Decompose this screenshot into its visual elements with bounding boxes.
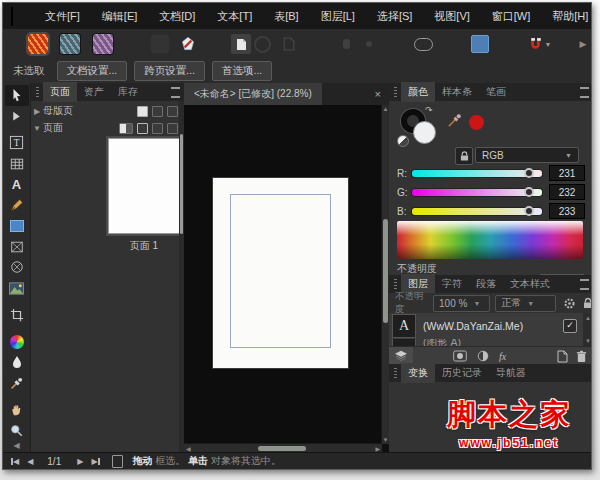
rectangle-tool-icon[interactable] bbox=[5, 216, 29, 237]
preferences-button[interactable]: 首选项... bbox=[212, 61, 272, 81]
panel-menu-icon[interactable] bbox=[171, 87, 180, 98]
tab-stroke[interactable]: 笔画 bbox=[479, 82, 513, 102]
expand-arrow-icon[interactable]: ▶ bbox=[31, 107, 43, 116]
menu-table[interactable]: 表[B] bbox=[263, 4, 309, 29]
node-tool-icon[interactable] bbox=[5, 106, 29, 127]
menu-help[interactable]: 帮助[H] bbox=[541, 4, 592, 29]
add-page-icon[interactable] bbox=[137, 123, 148, 134]
slider-handle-g[interactable] bbox=[524, 187, 534, 197]
menu-view[interactable]: 视图[V] bbox=[423, 4, 480, 29]
vertical-scrollbar[interactable]: ▲ ▼ bbox=[381, 105, 389, 444]
table-tool-icon[interactable] bbox=[5, 153, 29, 174]
adjustment-layer-icon[interactable] bbox=[477, 350, 489, 362]
tab-stock[interactable]: 库存 bbox=[111, 82, 145, 102]
magnet-dropdown-caret[interactable]: ▼ bbox=[543, 33, 553, 55]
slider-value-b[interactable]: 233 bbox=[549, 203, 585, 219]
blend-mode-select[interactable]: 正常▼ bbox=[495, 295, 556, 312]
preflight-note-icon[interactable] bbox=[177, 33, 199, 55]
document-close-icon[interactable]: × bbox=[375, 88, 381, 100]
menu-edit[interactable]: 编辑[E] bbox=[91, 4, 148, 29]
layer-effects-fx-label[interactable]: fx bbox=[499, 351, 506, 362]
tab-swatches[interactable]: 样本条 bbox=[435, 82, 479, 102]
previous-page-button[interactable]: ◀ bbox=[27, 457, 33, 466]
frame-text-tool-icon[interactable]: T bbox=[5, 133, 29, 154]
transparency-tool-icon[interactable] bbox=[5, 352, 29, 373]
panel-grip-icon[interactable] bbox=[394, 368, 397, 378]
recent-color-red[interactable] bbox=[469, 115, 484, 130]
pages-section-row[interactable]: ▼ 页面 bbox=[31, 120, 178, 136]
slider-track-g[interactable] bbox=[412, 189, 542, 196]
panel-grip-icon[interactable] bbox=[36, 87, 39, 97]
fill-color-well[interactable] bbox=[413, 121, 436, 144]
layer-lock-icon[interactable] bbox=[583, 297, 592, 309]
slider-value-g[interactable]: 232 bbox=[549, 184, 585, 200]
color-mode-select[interactable]: RGB▼ bbox=[475, 147, 579, 163]
new-document-icon[interactable] bbox=[230, 33, 252, 55]
scroll-down-arrow[interactable]: ▼ bbox=[382, 437, 389, 443]
layer-settings-gear-icon[interactable] bbox=[563, 297, 576, 310]
gradient-fill-tool-icon[interactable] bbox=[5, 331, 29, 352]
panel-grip-icon[interactable] bbox=[394, 87, 397, 97]
vertical-scrollbar-thumb[interactable] bbox=[383, 219, 388, 323]
next-page-button[interactable]: ▶ bbox=[77, 457, 83, 466]
tab-transform[interactable]: 变换 bbox=[401, 363, 435, 383]
zoom-tool-icon[interactable] bbox=[5, 420, 29, 441]
tab-paragraph[interactable]: 段落 bbox=[469, 274, 503, 294]
ellipse-picture-frame-tool-icon[interactable] bbox=[5, 257, 29, 278]
layers-opacity-select[interactable]: 100 %▼ bbox=[433, 295, 490, 312]
scroll-right-arrow[interactable]: ▶ bbox=[375, 445, 380, 452]
thought-cloud-icon[interactable] bbox=[412, 33, 434, 55]
tools-collapse-arrow[interactable]: ◀ bbox=[13, 441, 19, 450]
rect-picture-frame-tool-icon[interactable] bbox=[5, 236, 29, 257]
vector-pen-tool-icon[interactable] bbox=[5, 195, 29, 216]
slider-handle-r[interactable] bbox=[524, 168, 534, 178]
scroll-left-arrow[interactable]: ◀ bbox=[186, 445, 191, 452]
mask-layer-icon[interactable] bbox=[453, 350, 467, 362]
none-color-well[interactable] bbox=[397, 135, 409, 147]
eyedropper-icon[interactable] bbox=[447, 113, 462, 128]
tab-color[interactable]: 颜色 bbox=[401, 82, 435, 102]
menu-file[interactable]: 文件[F] bbox=[34, 4, 91, 29]
tab-history[interactable]: 历史记录 bbox=[435, 363, 489, 383]
artistic-text-tool-icon[interactable]: A bbox=[5, 174, 29, 195]
master-pages-row[interactable]: ▶ 母版页 bbox=[31, 103, 178, 119]
color-picker-tool-icon[interactable] bbox=[5, 373, 29, 394]
panel-menu-icon[interactable] bbox=[580, 279, 589, 290]
move-tool-icon[interactable] bbox=[5, 85, 29, 106]
document-viewport[interactable] bbox=[184, 105, 382, 444]
hand-tool-icon[interactable] bbox=[5, 400, 29, 421]
spread-view-icon[interactable] bbox=[119, 123, 133, 134]
scroll-up-arrow[interactable]: ▲ bbox=[382, 106, 389, 112]
last-page-button[interactable]: ▶ bbox=[91, 457, 99, 466]
slider-handle-b[interactable] bbox=[524, 206, 534, 216]
page-thumbnail[interactable] bbox=[109, 139, 179, 233]
horizontal-scrollbar-thumb[interactable] bbox=[258, 446, 306, 451]
tab-assets[interactable]: 资产 bbox=[77, 82, 111, 102]
slider-track-r[interactable] bbox=[412, 170, 542, 177]
delete-layer-trash-icon[interactable] bbox=[576, 350, 587, 363]
menu-text[interactable]: 文本[T] bbox=[206, 4, 263, 29]
photo-persona-icon[interactable] bbox=[92, 33, 114, 55]
document-setup-button[interactable]: 文档设置... bbox=[57, 61, 128, 81]
place-image-tool-icon[interactable] bbox=[5, 278, 29, 299]
layers-scrollbar[interactable]: ▲▼ bbox=[583, 313, 592, 346]
layer-row-text[interactable]: A (WwW.DaYanZai.Me) ✓ bbox=[389, 313, 583, 340]
tab-text-styles[interactable]: 文本样式 bbox=[503, 274, 557, 294]
pages-scrollbar-thumb[interactable] bbox=[180, 134, 183, 234]
tab-character[interactable]: 字符 bbox=[435, 274, 469, 294]
crop-tool-icon[interactable] bbox=[5, 305, 29, 326]
tab-pages[interactable]: 页面 bbox=[43, 82, 77, 102]
menu-select[interactable]: 选择[S] bbox=[366, 4, 423, 29]
swap-colors-icon[interactable]: ↷ bbox=[425, 105, 433, 115]
toolbar-overflow-arrow[interactable]: ▶ bbox=[577, 33, 589, 55]
scroll-down-arrow[interactable]: ▼ bbox=[585, 338, 591, 344]
first-page-button[interactable]: ◀ bbox=[11, 457, 19, 466]
menu-window[interactable]: 窗口[W] bbox=[481, 4, 542, 29]
page-indicator[interactable]: 1/1 bbox=[47, 456, 61, 467]
color-swatch-blue-icon[interactable] bbox=[469, 33, 491, 55]
panel-grip-icon[interactable] bbox=[394, 279, 397, 289]
color-spectrum[interactable] bbox=[397, 221, 583, 259]
new-layer-icon[interactable] bbox=[557, 350, 568, 363]
designer-persona-icon[interactable] bbox=[59, 33, 81, 55]
menu-document[interactable]: 文档[D] bbox=[148, 4, 206, 29]
